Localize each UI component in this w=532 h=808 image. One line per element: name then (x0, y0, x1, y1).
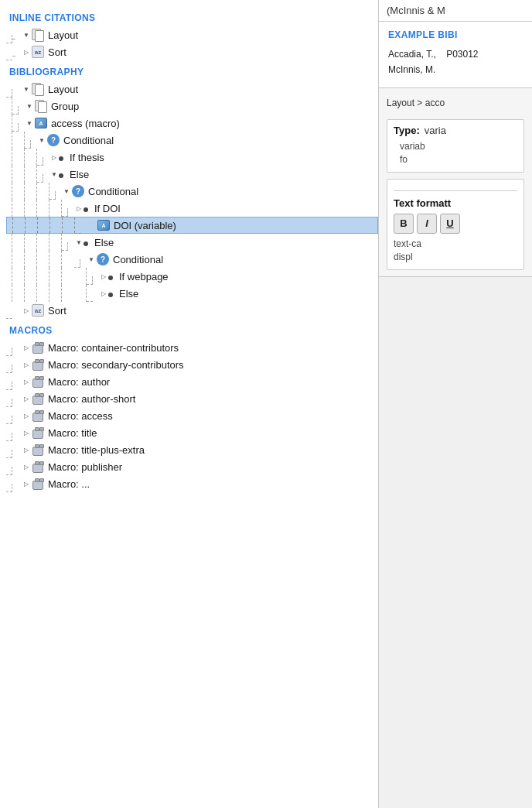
preview-text: (McInnis & M (387, 5, 445, 16)
expand-mac-container[interactable]: ▷ (22, 343, 31, 352)
mac-author-icon (31, 375, 45, 389)
type-value: varia (425, 125, 446, 136)
tree-item-mac-access[interactable]: ▷ Macro: access (6, 407, 378, 424)
expand-bib-layout[interactable]: ▼ (22, 84, 31, 94)
expand-bib-sort[interactable]: ▷ (22, 306, 31, 315)
expand-ifthesis[interactable]: ▷ (49, 152, 59, 162)
tree-item-bib-group[interactable]: ▼ Group (6, 98, 378, 115)
tree-item-bib-cond1[interactable]: ▼ ? Conditional (6, 132, 378, 149)
format-prop-1: text-ca (394, 238, 517, 249)
expand-doi[interactable] (87, 221, 97, 230)
tree-item-cond3[interactable]: ▼ ? Conditional (6, 251, 378, 268)
expand-else1[interactable]: ▼ (49, 169, 59, 179)
properties-section: Layout > acco Type: varia variab fo Text… (379, 88, 532, 277)
layout-icon (31, 28, 45, 42)
tree-item-ic-layout[interactable]: ▼ Layout (6, 26, 378, 43)
mac-access-icon (31, 409, 45, 423)
expand-cond1[interactable]: ▼ (37, 135, 46, 145)
ifdoi-label: If DOI (94, 203, 121, 214)
mac-access-label: Macro: access (48, 410, 113, 422)
tree-item-else1[interactable]: ▼ Else (6, 166, 378, 183)
expand-mac-more[interactable]: ▷ (22, 479, 31, 488)
cond3-label: Conditional (113, 254, 163, 265)
tree-item-ifdoi[interactable]: ▷ If DOI (6, 200, 378, 217)
type-detail-2: fo (400, 154, 517, 165)
expand-bib-group[interactable]: ▼ (25, 101, 34, 111)
tree-item-bib-sort[interactable]: ▷ az Sort (6, 302, 378, 319)
tree-item-mac-author[interactable]: ▷ Macro: author (6, 373, 378, 390)
example-bib-header: EXAMPLE BIBI (388, 29, 523, 40)
expand-ifwebpage[interactable]: ▷ (99, 272, 108, 281)
tree-item-mac-title-plus[interactable]: ▷ Macro: title-plus-extra (6, 441, 378, 458)
expand-mac-title-plus[interactable]: ▷ (22, 445, 31, 454)
bold-button[interactable]: B (394, 214, 414, 234)
mac-more-label: Macro: ... (48, 478, 90, 490)
breadcrumb: Layout > acco (387, 94, 524, 111)
tree-item-doi-variable[interactable]: A DOI (variable) (6, 217, 378, 234)
tree-item-ifwebpage[interactable]: ▷ If webpage (6, 268, 378, 285)
expand-mac-access[interactable]: ▷ (22, 411, 31, 420)
bib-group-label: Group (51, 101, 79, 112)
expand-mac-secondary[interactable]: ▷ (22, 360, 31, 369)
bib-access-label: access (macro) (51, 118, 120, 129)
type-detail-1: variab (400, 141, 517, 152)
expand-ic-layout[interactable]: ▼ (22, 30, 31, 39)
tree-item-bib-access[interactable]: ▼ A access (macro) (6, 115, 378, 132)
expand-ic-sort[interactable]: ▷ (22, 47, 31, 56)
italic-button[interactable]: I (417, 214, 437, 234)
bibliography-header: BIBLIOGRAPHY (9, 67, 378, 77)
ic-layout-label: Layout (48, 29, 78, 41)
tree-item-else3[interactable]: ▷ Else (6, 285, 378, 302)
mac-container-icon (31, 341, 45, 354)
right-panel: (McInnis & M EXAMPLE BIBI Accadia, T., P… (379, 0, 532, 808)
left-panel: INLINE CITATIONS ▼ Layout ▷ az Sort BIBL… (0, 0, 379, 808)
bib-access-icon: A (34, 116, 48, 130)
mac-publisher-icon (31, 460, 45, 474)
example-bib-section: EXAMPLE BIBI Accadia, T., P03012 McInnis… (379, 22, 532, 88)
cond3-icon: ? (96, 252, 110, 266)
cond1-label: Conditional (63, 135, 114, 146)
text-format-section: Text formatt B I U text-ca displ (387, 179, 524, 270)
tree-item-mac-more[interactable]: ▷ Macro: ... (6, 475, 378, 492)
type-section: Type: varia variab fo (387, 119, 524, 173)
expand-mac-title[interactable]: ▷ (22, 428, 31, 437)
cond2-icon: ? (71, 184, 85, 198)
expand-ifdoi[interactable]: ▷ (74, 204, 84, 213)
cond2-label: Conditional (88, 186, 138, 197)
mac-title-plus-label: Macro: title-plus-extra (48, 444, 145, 456)
mac-author-short-icon (31, 392, 45, 406)
bib-layout-label: Layout (48, 84, 78, 95)
underline-button[interactable]: U (440, 214, 460, 234)
tree-item-mac-author-short[interactable]: ▷ Macro: author-short (6, 390, 378, 407)
expand-cond2[interactable]: ▼ (62, 187, 71, 196)
type-label: Type: (394, 125, 420, 136)
expand-else3[interactable]: ▷ (99, 289, 108, 298)
expand-cond3[interactable]: ▼ (87, 255, 96, 264)
tree-item-bib-layout[interactable]: ▼ Layout (6, 80, 378, 98)
bib-sort-icon: az (31, 303, 45, 317)
type-row: Type: varia (394, 125, 517, 136)
else3-label: Else (119, 288, 138, 300)
example-bib-content: Accadia, T., P03012 McInnis, M. (388, 46, 523, 78)
mac-title-icon (31, 426, 45, 440)
tree-item-mac-title[interactable]: ▷ Macro: title (6, 424, 378, 441)
mac-publisher-label: Macro: publisher (48, 461, 122, 473)
macros-header: MACROS (9, 325, 378, 336)
tree-item-else2[interactable]: ▼ Else (6, 234, 378, 251)
expand-bib-access[interactable]: ▼ (25, 118, 34, 128)
tree-item-ifthesis[interactable]: ▷ If thesis (6, 149, 378, 166)
text-format-header: Text formatt (394, 190, 517, 209)
tree-item-mac-publisher[interactable]: ▷ Macro: publisher (6, 458, 378, 475)
expand-else2[interactable]: ▼ (74, 238, 84, 247)
tree-item-mac-secondary[interactable]: ▷ Macro: secondary-contributors (6, 356, 378, 373)
else1-label: Else (70, 169, 89, 180)
expand-mac-author-short[interactable]: ▷ (22, 394, 31, 403)
bib-layout-icon (31, 82, 45, 96)
ic-sort-label: Sort (48, 46, 66, 58)
tree-item-mac-container[interactable]: ▷ Macro: container-contributors (6, 339, 378, 356)
tree-item-cond2[interactable]: ▼ ? Conditional (6, 183, 378, 200)
bib-group-icon (34, 99, 48, 113)
expand-mac-publisher[interactable]: ▷ (22, 462, 31, 471)
tree-item-ic-sort[interactable]: ▷ az Sort (6, 43, 378, 60)
expand-mac-author[interactable]: ▷ (22, 377, 31, 386)
